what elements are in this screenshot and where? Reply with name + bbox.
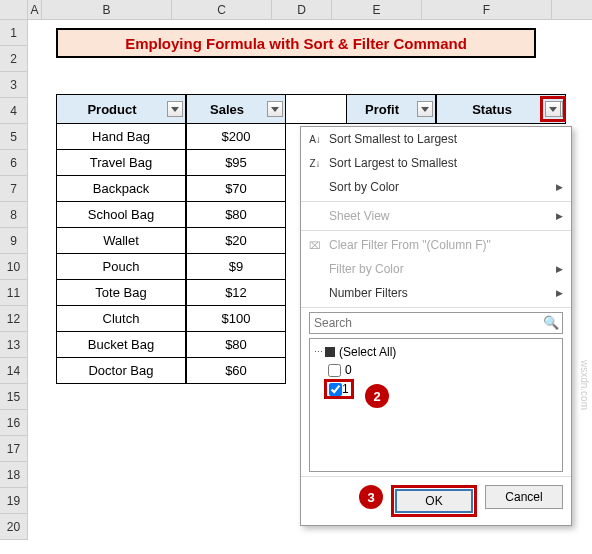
col-header-F[interactable]: F (422, 0, 552, 19)
sort-asc-item[interactable]: A↓ Sort Smallest to Largest (301, 127, 571, 151)
cell-sales[interactable]: $95 (186, 150, 286, 176)
ok-button[interactable]: OK (395, 489, 473, 513)
callout-3: 3 (359, 485, 383, 509)
select-all-label: (Select All) (339, 345, 396, 359)
column-header-row: A B C D E F (0, 0, 592, 20)
cell-sales[interactable]: $9 (186, 254, 286, 280)
filter-button-helper[interactable] (545, 101, 561, 117)
row-head[interactable]: 5 (0, 124, 28, 150)
cell-sales[interactable]: $100 (186, 306, 286, 332)
row-head[interactable]: 19 (0, 488, 28, 514)
col-header-C[interactable]: C (172, 0, 272, 19)
title-text: Employing Formula with Sort & Filter Com… (125, 35, 467, 52)
cell-product[interactable]: Wallet (56, 228, 186, 254)
callout-2: 2 (365, 384, 389, 408)
filter-search-input[interactable] (309, 312, 563, 334)
header-product-label: Product (87, 102, 136, 117)
sheet-view-label: Sheet View (329, 209, 390, 223)
col-header-B[interactable]: B (42, 0, 172, 19)
watermark: wsxdn.com (579, 360, 590, 410)
row-head[interactable]: 12 (0, 306, 28, 332)
header-product[interactable]: Product (56, 94, 186, 124)
row-head[interactable]: 9 (0, 228, 28, 254)
cell-product[interactable]: Doctor Bag (56, 358, 186, 384)
collapse-icon: ⋯ (314, 347, 323, 357)
cell-product[interactable]: Clutch (56, 306, 186, 332)
header-status-label: Status (472, 102, 512, 117)
cell-sales[interactable]: $200 (186, 124, 286, 150)
header-profit[interactable]: Profit (346, 94, 436, 124)
cell-sales[interactable]: $70 (186, 176, 286, 202)
cancel-button[interactable]: Cancel (485, 485, 563, 509)
row-head[interactable]: 20 (0, 514, 28, 540)
select-all-checkbox[interactable] (325, 347, 335, 357)
row-head[interactable]: 1 (0, 20, 28, 46)
header-profit-label: Profit (365, 102, 399, 117)
filter-option-0[interactable]: 0 (314, 361, 558, 379)
row-head[interactable]: 10 (0, 254, 28, 280)
cell-sales[interactable]: $80 (186, 332, 286, 358)
row-head[interactable]: 16 (0, 410, 28, 436)
select-all-corner[interactable] (0, 0, 28, 19)
row-head[interactable]: 15 (0, 384, 28, 410)
cell-product[interactable]: Backpack (56, 176, 186, 202)
filter-by-color-label: Filter by Color (329, 262, 404, 276)
header-sales[interactable]: Sales (186, 94, 286, 124)
filter-by-color-item: Filter by Color ▶ (301, 257, 571, 281)
select-all-item[interactable]: ⋯ (Select All) (314, 343, 558, 361)
sort-asc-icon: A↓ (307, 131, 323, 147)
row-head[interactable]: 7 (0, 176, 28, 202)
helper-filter-highlight (540, 96, 566, 122)
col-header-E[interactable]: E (332, 0, 422, 19)
clear-filter-icon: ⌧ (307, 237, 323, 253)
cell-product[interactable]: Hand Bag (56, 124, 186, 150)
clear-filter-label: Clear Filter From "(Column F)" (329, 238, 491, 252)
cell-sales[interactable]: $20 (186, 228, 286, 254)
col-header-A[interactable]: A (28, 0, 42, 19)
sort-asc-label: Sort Smallest to Largest (329, 132, 457, 146)
row-head[interactable]: 2 (0, 46, 28, 72)
row-head[interactable]: 11 (0, 280, 28, 306)
row-head[interactable]: 17 (0, 436, 28, 462)
col-header-D[interactable]: D (272, 0, 332, 19)
row-head[interactable]: 13 (0, 332, 28, 358)
cell-sales[interactable]: $12 (186, 280, 286, 306)
filter-button-product[interactable] (167, 101, 183, 117)
row-head[interactable]: 6 (0, 150, 28, 176)
row-head[interactable]: 18 (0, 462, 28, 488)
filter-values-tree[interactable]: ⋯ (Select All) 0 1 2 (309, 338, 563, 472)
cell-product[interactable]: School Bag (56, 202, 186, 228)
cell-product[interactable]: Bucket Bag (56, 332, 186, 358)
title-cell[interactable]: Employing Formula with Sort & Filter Com… (56, 28, 536, 58)
row-head[interactable]: 14 (0, 358, 28, 384)
cell-product[interactable]: Pouch (56, 254, 186, 280)
row-head[interactable]: 8 (0, 202, 28, 228)
option-1-label: 1 (342, 382, 349, 396)
clear-filter-item: ⌧ Clear Filter From "(Column F)" (301, 233, 571, 257)
checkbox-1[interactable] (329, 383, 342, 396)
separator (301, 307, 571, 308)
sheet-view-item: Sheet View ▶ (301, 204, 571, 228)
chevron-right-icon: ▶ (556, 211, 563, 221)
cell-sales[interactable]: $80 (186, 202, 286, 228)
chevron-right-icon: ▶ (556, 288, 563, 298)
sort-by-color-item[interactable]: Sort by Color ▶ (301, 175, 571, 199)
sort-desc-icon: Z↓ (307, 155, 323, 171)
number-filters-item[interactable]: Number Filters ▶ (301, 281, 571, 305)
cell-product[interactable]: Travel Bag (56, 150, 186, 176)
chevron-right-icon: ▶ (556, 182, 563, 192)
row-head[interactable]: 3 (0, 72, 28, 98)
separator (301, 230, 571, 231)
filter-dropdown: A↓ Sort Smallest to Largest Z↓ Sort Larg… (300, 126, 572, 526)
row-head[interactable]: 4 (0, 98, 28, 124)
filter-button-profit[interactable] (417, 101, 433, 117)
filter-search: 🔍 (309, 312, 563, 334)
ok-highlight: OK (391, 485, 477, 517)
cell-product[interactable]: Tote Bag (56, 280, 186, 306)
separator (301, 201, 571, 202)
cell-sales[interactable]: $60 (186, 358, 286, 384)
sort-desc-item[interactable]: Z↓ Sort Largest to Smallest (301, 151, 571, 175)
option-0-label: 0 (345, 363, 352, 377)
checkbox-0[interactable] (328, 364, 341, 377)
filter-button-sales[interactable] (267, 101, 283, 117)
